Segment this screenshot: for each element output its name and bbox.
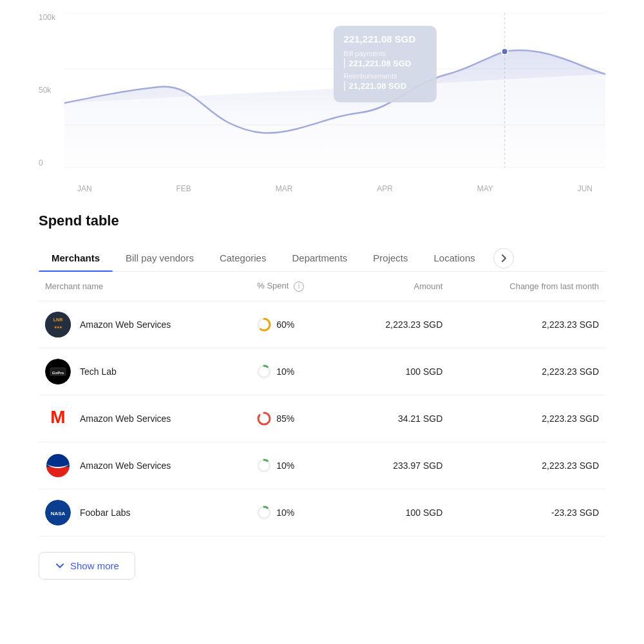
merchant-cell: Amazon Web Services [39,442,251,489]
x-label-mar: MAR [276,184,293,193]
pct-spent-cell: 10% [251,442,342,489]
merchant-name: Amazon Web Services [80,460,171,471]
spend-table: Merchant name % Spent i Amount Change fr… [39,272,605,536]
amount-cell: 100 SGD [342,348,449,395]
svg-point-19 [258,413,270,424]
donut-chart-icon [257,365,271,379]
svg-rect-23 [46,467,70,477]
merchant-logo: LNR★★★ [45,312,71,337]
merchant-name: Amazon Web Services [80,319,171,330]
show-more-label: Show more [70,560,119,571]
pct-label: 10% [276,460,294,471]
y-label-100k: 100k [39,13,55,22]
merchant-logo: NASA [45,500,71,526]
change-cell: 2,223.23 SGD [449,395,605,442]
merchant-cell: NASAFoobar Labs [39,489,251,536]
amount-cell: 233.97 SGD [342,442,449,489]
tab-locations[interactable]: Locations [421,245,488,271]
donut-chart-icon [257,459,271,473]
svg-rect-6 [45,312,71,337]
tooltip-bill-value: 221,221.08 SGD [344,59,426,68]
spend-table-title: Spend table [39,213,605,229]
pct-spent-cell: 10% [251,489,342,536]
table-row: GoProTech Lab10%100 SGD2,223.23 SGD [39,348,605,395]
col-header-amount: Amount [342,272,449,301]
merchant-cell: GoProTech Lab [39,348,251,395]
chart-x-labels: JAN FEB MAR APR MAY JUN [64,184,605,193]
svg-text:★★★: ★★★ [54,325,62,329]
tab-projects[interactable]: Projects [360,245,421,271]
svg-text:GoPro: GoPro [52,371,64,375]
show-more-button[interactable]: Show more [39,552,135,580]
tooltip-bill-label: Bill payments [344,50,426,57]
spend-section: Spend table Merchants Bill pay vendors C… [0,206,644,599]
donut-chart-icon [257,412,271,426]
x-label-feb: FEB [176,184,191,193]
chart-y-labels: 100k 50k 0 [39,13,55,167]
x-label-apr: APR [377,184,393,193]
table-row: MAmazon Web Services85%34.21 SGD2,223.23… [39,395,605,442]
tooltip-row-reimbursements: Reimbursements 21,221.08 SGD [344,72,426,91]
tab-categories[interactable]: Categories [207,245,279,271]
col-header-pct-spent: % Spent i [251,272,342,301]
merchant-name: Tech Lab [80,366,117,377]
donut-chart-icon [257,506,271,520]
y-label-0: 0 [39,158,55,167]
amount-cell: 34.21 SGD [342,395,449,442]
tooltip-reimburse-label: Reimbursements [344,72,426,80]
col-header-merchant-name: Merchant name [39,272,251,301]
table-row: Amazon Web Services10%233.97 SGD2,223.23… [39,442,605,489]
pct-label: 60% [276,319,294,330]
tabs-next-arrow[interactable] [493,248,514,269]
amount-cell: 100 SGD [342,489,449,536]
chart-section: 100k 50k 0 [0,0,644,206]
merchant-logo [45,453,71,478]
tab-bill-pay-vendors[interactable]: Bill pay vendors [113,245,207,271]
merchant-name: Foobar Labs [80,507,131,518]
tab-departments[interactable]: Departments [279,245,360,271]
chart-container: 100k 50k 0 [39,13,605,193]
change-cell: -23.23 SGD [449,489,605,536]
pct-spent-info-icon[interactable]: i [294,281,304,292]
merchant-logo: GoPro [45,359,71,384]
merchant-cell: MAmazon Web Services [39,395,251,442]
pct-label: 10% [276,507,294,518]
tooltip-main-value: 221,221.08 SGD [344,33,426,44]
y-label-50k: 50k [39,86,55,95]
pct-label: 85% [276,413,294,424]
pct-spent-cell: 60% [251,301,342,348]
svg-text:LNR: LNR [53,317,62,322]
change-cell: 2,223.23 SGD [449,301,605,348]
change-cell: 2,223.23 SGD [449,442,605,489]
tooltip-row-bill-payments: Bill payments 221,221.08 SGD [344,50,426,68]
x-label-jan: JAN [77,184,92,193]
pct-label: 10% [276,366,294,377]
tab-merchants[interactable]: Merchants [39,245,113,271]
pct-spent-cell: 10% [251,348,342,395]
donut-chart-icon [257,317,271,332]
chevron-right-icon [499,254,508,263]
merchant-name: Amazon Web Services [80,413,171,424]
chevron-down-icon [55,560,65,571]
pct-spent-cell: 85% [251,395,342,442]
chart-tooltip: 221,221.08 SGD Bill payments 221,221.08 … [334,26,437,102]
svg-text:NASA: NASA [51,511,66,516]
table-row: NASAFoobar Labs10%100 SGD-23.23 SGD [39,489,605,536]
tabs-container: Merchants Bill pay vendors Categories De… [39,245,605,272]
merchant-cell: LNR★★★Amazon Web Services [39,301,251,348]
tooltip-reimburse-value: 21,221.08 SGD [344,81,426,91]
x-label-jun: JUN [578,184,592,193]
change-cell: 2,223.23 SGD [449,348,605,395]
merchant-logo: M [45,406,71,431]
svg-text:M: M [50,407,65,427]
table-row: LNR★★★Amazon Web Services60%2,223.23 SGD… [39,301,605,348]
x-label-may: MAY [477,184,493,193]
amount-cell: 2,223.23 SGD [342,301,449,348]
col-header-change: Change from last month [449,272,605,301]
